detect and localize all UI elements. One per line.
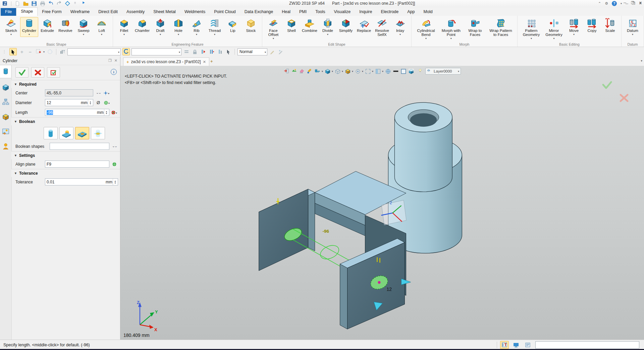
center-input[interactable]: 45,-55,0 [45, 89, 93, 96]
dropdown-caret-icon[interactable]: ▾ [101, 33, 102, 36]
length-input[interactable]: -96 mm ▲▼ [45, 109, 109, 116]
lock-icon[interactable] [192, 48, 198, 55]
ribbon-button-mirror-geometry[interactable]: Mirror Geometry▾ [543, 17, 565, 41]
primitive-tab-icon[interactable] [0, 111, 11, 123]
open-file-icon[interactable] [23, 1, 29, 6]
edit-profile-icon[interactable] [277, 48, 284, 55]
help-icon[interactable]: ? [612, 1, 617, 6]
dropdown-caret-icon[interactable]: ▾ [29, 33, 30, 36]
ribbon-button-hole[interactable]: Hole▾ [169, 17, 187, 37]
section-required[interactable]: ▼ Required [11, 80, 120, 88]
match-props-icon[interactable] [183, 48, 190, 55]
expand-list-icon[interactable]: ⌄⌄ [111, 144, 118, 148]
ribbon-button-draft[interactable]: Draft▾ [151, 17, 169, 37]
doc-minimize-icon[interactable]: ─ [626, 2, 628, 6]
remove-entity-icon[interactable]: − [27, 48, 34, 55]
part-boss-cylinder[interactable] [394, 102, 452, 192]
ribbon-button-thread[interactable]: Thread▾ [206, 17, 224, 37]
menu-tab-mold[interactable]: Mold [419, 8, 437, 16]
dropdown-caret-icon[interactable]: ▾ [399, 33, 401, 36]
ribbon-button-face-offset[interactable]: Face Offset▾ [264, 17, 282, 41]
menu-tab-heal[interactable]: Heal [277, 8, 295, 16]
display-mode-combo[interactable]: Normal▾ [237, 48, 267, 55]
feature-state-icon[interactable] [217, 48, 223, 55]
render-tab-icon[interactable] [0, 125, 11, 138]
print-icon[interactable] [40, 1, 46, 6]
length-spinner[interactable]: ▲▼ [104, 109, 109, 116]
ribbon-button-cylindrical-bend[interactable]: Cylindrical Bend▾ [414, 17, 438, 41]
dropdown-caret-icon[interactable]: ▾ [553, 37, 554, 40]
ribbon-button-rib[interactable]: Rib▾ [187, 17, 206, 37]
menu-tab-electrode[interactable]: Electrode [376, 8, 403, 16]
menu-tab-direct-edit[interactable]: Direct Edit [94, 8, 122, 16]
dropdown-caret-icon[interactable]: ▾ [123, 33, 125, 36]
doc-restore-icon[interactable]: ❐ [632, 1, 635, 6]
app-logo-icon[interactable] [2, 1, 8, 6]
ribbon-button-revolve[interactable]: Revolve [56, 17, 74, 34]
filter-icon[interactable] [59, 48, 66, 55]
doc-close-icon[interactable]: ✕ [639, 1, 642, 6]
gear-icon[interactable]: ⚙ [605, 1, 608, 6]
feature-insert-icon[interactable] [208, 48, 215, 55]
entity-filter-combo[interactable]: ▾ [67, 48, 121, 55]
ribbon-button-fillet[interactable]: Fillet▾ [115, 17, 133, 37]
ribbon-button-replace[interactable]: Replace [355, 17, 373, 34]
add-entity-icon[interactable]: ＋ [18, 48, 25, 55]
new-tab-button[interactable]: + [210, 59, 213, 64]
dropdown-caret-icon[interactable]: ▾ [214, 33, 215, 36]
cursor-icon[interactable] [225, 48, 232, 55]
menu-tab-point-cloud[interactable]: Point Cloud [210, 8, 240, 16]
align-plane-expression-icon[interactable] [111, 162, 118, 167]
lasso-icon[interactable] [47, 48, 53, 55]
menu-tab-sheet-metal[interactable]: Sheet Metal [149, 8, 180, 16]
confirm-cancel-icon[interactable] [621, 95, 628, 101]
ribbon-button-lip[interactable]: Lip [224, 17, 242, 34]
boolean-add-icon[interactable] [59, 127, 73, 139]
menu-tab-pmi[interactable]: PMI [295, 8, 311, 16]
ribbon-button-sweep[interactable]: Sweep▾ [74, 17, 93, 37]
tab-close-icon[interactable]: ✕ [203, 60, 206, 64]
ribbon-button-scale[interactable]: Scale [601, 17, 619, 34]
play-icon[interactable] [82, 1, 88, 6]
boolean-base-icon[interactable] [44, 127, 58, 139]
section-boolean[interactable]: ▼ Boolean [11, 117, 120, 125]
apply-preview-button[interactable] [47, 67, 60, 78]
ribbon-button-morph-with-point[interactable]: Morph with Point▾ [438, 17, 464, 41]
diameter-symbol-icon[interactable]: Ø [95, 100, 102, 105]
feature-history-icon[interactable] [200, 48, 207, 55]
tolerance-input[interactable]: 0.01 mm ▲▼ [45, 178, 118, 185]
dropdown-caret-icon[interactable]: ▾ [450, 37, 452, 40]
pick-window-dropdown-icon[interactable]: ▾ [43, 50, 45, 53]
ribbon-button-loft[interactable]: Loft▾ [93, 17, 111, 37]
dropdown-caret-icon[interactable]: ▾ [531, 37, 532, 40]
menu-tab-weldments[interactable]: Weldments [180, 8, 210, 16]
pick-window-icon[interactable] [35, 48, 42, 55]
boolean-shapes-input[interactable] [50, 143, 109, 150]
part-filter-combo[interactable]: ▾ [131, 48, 181, 55]
save-file-icon[interactable] [31, 1, 37, 6]
menu-tab-visualize[interactable]: Visualize [329, 8, 355, 16]
ribbon-button-divide[interactable]: Divide▾ [319, 17, 337, 37]
cylinder-tab-icon[interactable] [0, 65, 11, 78]
menu-tab-inquire[interactable]: Inquire [355, 8, 376, 16]
menu-tab-tools[interactable]: Tools [311, 8, 329, 16]
dropdown-caret-icon[interactable]: ▾ [573, 33, 575, 36]
dropdown-caret-icon[interactable]: ▾ [83, 33, 84, 36]
help-dropdown-icon[interactable]: ▾ [621, 2, 622, 5]
menu-tab-file[interactable]: File [1, 8, 16, 16]
ribbon-button-resolve-selfx[interactable]: Resolve SelfX [373, 17, 391, 38]
3d-scene[interactable]: -96 12 [120, 66, 644, 340]
diameter-spinner[interactable]: ▲▼ [88, 99, 93, 106]
ribbon-button-inlay[interactable]: Inlay▾ [391, 17, 409, 37]
customize-dropdown-icon[interactable] [73, 1, 79, 6]
boolean-intersect-icon[interactable] [91, 127, 105, 139]
length-expression-icon[interactable]: ▾ [111, 110, 118, 115]
ribbon-button-extrude[interactable]: Extrude [38, 17, 56, 34]
quick-pick-icon[interactable] [122, 48, 130, 55]
output-icon[interactable] [524, 341, 532, 349]
monitor-icon[interactable] [512, 341, 521, 349]
dropdown-caret-icon[interactable]: ▾ [160, 33, 161, 36]
cancel-button[interactable] [31, 67, 44, 78]
view-refit-icon[interactable] [65, 1, 71, 6]
ribbon-button-datum[interactable]: 312Datum▾ [624, 17, 642, 37]
